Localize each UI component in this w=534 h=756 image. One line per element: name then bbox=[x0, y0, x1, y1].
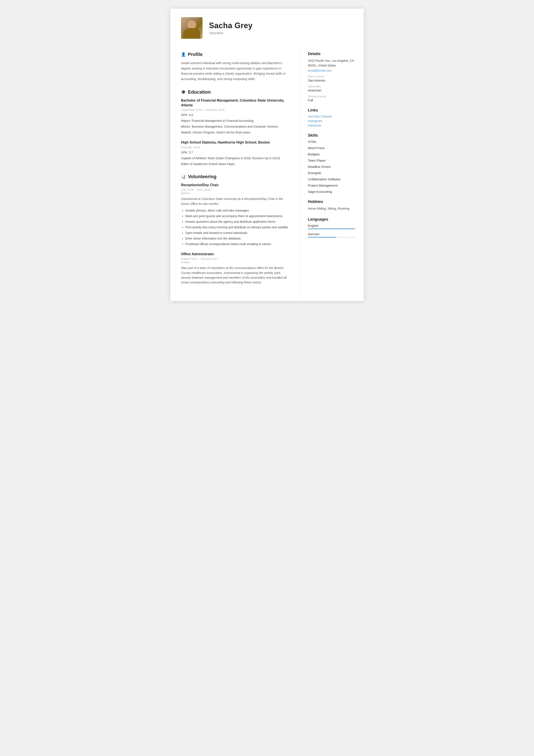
edu1-awards: Awards: Honors Program, Dean's list for … bbox=[181, 130, 288, 135]
edu1-gpa: GPA: 3.6 bbox=[181, 113, 288, 117]
header: Sacha Grey Volunteer bbox=[170, 9, 364, 45]
languages-title: Languages bbox=[308, 217, 355, 222]
nationality-label: Nationality bbox=[308, 85, 355, 88]
education-entry-2: High School Diploma, Hawthorne High Scho… bbox=[181, 140, 288, 166]
edu1-title: Bachelor of Financial Management, Columb… bbox=[181, 98, 288, 108]
place-of-birth-value: San Antonio bbox=[308, 79, 355, 82]
skill-budgets: Budgets bbox=[308, 152, 355, 156]
skills-title: Skills bbox=[308, 133, 355, 138]
skill-wordpress: Word Press bbox=[308, 146, 355, 150]
nationality-value: American bbox=[308, 89, 355, 92]
list-item: Enter donor information into the databas… bbox=[185, 236, 288, 241]
hobbies-section: Hobbies Horse Riding, Skiing, Running bbox=[308, 200, 355, 211]
skill-team-player: Team Player bbox=[308, 159, 355, 162]
language-german-fill bbox=[308, 237, 336, 238]
right-column: Details 1515 Pacific Ave, Los Angeles, C… bbox=[299, 45, 364, 301]
driving-license-value: Full bbox=[308, 98, 355, 102]
list-item: Answer questions about the agency and di… bbox=[185, 220, 288, 224]
left-column: 👤 Profile Detail-oriented individual wit… bbox=[170, 45, 299, 301]
skill-collaboration-software: Collaboration Software bbox=[308, 177, 355, 181]
edu1-majors: Majors: Financial Management & Financial… bbox=[181, 119, 288, 123]
education-icon: 🎓 bbox=[181, 90, 186, 94]
volunteering-entry-2: Office Administrator August 2016 – Janua… bbox=[181, 252, 288, 285]
vol2-date: August 2016 – January 2017 bbox=[181, 257, 288, 260]
education-title: Education bbox=[188, 89, 211, 95]
language-english-name: English bbox=[308, 224, 355, 228]
main-content: 👤 Profile Detail-oriented individual wit… bbox=[170, 45, 364, 301]
vol1-bullets: Answer phones, direct calls and take mes… bbox=[185, 208, 288, 246]
detail-address: 1515 Pacific Ave, Los Angeles, CA 90291,… bbox=[308, 58, 355, 68]
driving-license-label: Driving license bbox=[308, 95, 355, 98]
vol2-title: Office Administrator bbox=[181, 252, 288, 256]
hobbies-text: Horse Riding, Skiing, Running bbox=[308, 206, 355, 211]
vol2-location: Boston bbox=[181, 260, 288, 264]
list-item: Meet and greet guests and accompany them… bbox=[185, 214, 288, 218]
resume-container: Sacha Grey Volunteer 👤 Profile Detail-or… bbox=[170, 9, 364, 301]
skill-project-management: Project Management bbox=[308, 183, 355, 187]
details-section: Details 1515 Pacific Ave, Los Angeles, C… bbox=[308, 52, 355, 102]
profile-section-header: 👤 Profile bbox=[181, 52, 288, 57]
place-of-birth-label: Place of birth bbox=[308, 75, 355, 78]
edu2-athletics: Captain of Athletics Team (State Champio… bbox=[181, 156, 288, 161]
language-german-bar bbox=[308, 237, 355, 238]
language-german: German bbox=[308, 232, 355, 238]
education-entry-1: Bachelor of Financial Management, Columb… bbox=[181, 98, 288, 135]
skill-sage-accounting: Sage Accounting bbox=[308, 190, 355, 194]
profile-icon: 👤 bbox=[181, 52, 186, 57]
language-english-bar bbox=[308, 229, 355, 229]
volunteering-section-header: 📊 Volunteering bbox=[181, 174, 288, 179]
links-title: Links bbox=[308, 108, 355, 113]
edu2-title: High School Diploma, Hawthorne High Scho… bbox=[181, 140, 288, 145]
vol1-summary: Volunteered at Columbus State University… bbox=[181, 197, 288, 206]
skill-energetic: Energetic bbox=[308, 171, 355, 175]
vol1-title: Receptionist/Day Chair bbox=[181, 183, 288, 187]
language-english: English bbox=[308, 224, 355, 229]
volunteering-section: 📊 Volunteering Receptionist/Day Chair Ju… bbox=[181, 174, 288, 285]
edu2-editor: Editor of Hawthorne School News Paper bbox=[181, 162, 288, 166]
skill-deadline-driven: Deadline Driven bbox=[308, 165, 355, 169]
volunteering-title: Volunteering bbox=[188, 174, 216, 179]
education-section-header: 🎓 Education bbox=[181, 89, 288, 95]
profile-text: Detail-oriented individual with strong m… bbox=[181, 61, 288, 82]
detail-email[interactable]: email@email.com bbox=[308, 69, 355, 72]
list-item: Proofread official correspondence before… bbox=[185, 242, 288, 246]
edu1-date: September 2016 – February 2019 bbox=[181, 108, 288, 112]
skills-section: Skills HTML Word Press Budgets Team Play… bbox=[308, 133, 355, 194]
details-title: Details bbox=[308, 52, 355, 56]
candidate-title: Volunteer bbox=[209, 31, 253, 35]
links-section: Links YouTube Channel Instragram Faceboo… bbox=[308, 108, 355, 127]
youtube-link[interactable]: YouTube Channel bbox=[308, 115, 355, 118]
avatar bbox=[181, 17, 202, 39]
education-section: 🎓 Education Bachelor of Financial Manage… bbox=[181, 89, 288, 166]
language-english-fill bbox=[308, 229, 355, 229]
instagram-link[interactable]: Instragram bbox=[308, 119, 355, 123]
profile-title: Profile bbox=[188, 52, 202, 57]
hobbies-title: Hobbies bbox=[308, 200, 355, 204]
vol1-location: Boston bbox=[181, 192, 288, 195]
facebook-link[interactable]: Facebook bbox=[308, 124, 355, 127]
edu2-date: February 2016 bbox=[181, 146, 288, 149]
edu1-minors: Minors: Business Management, Communicati… bbox=[181, 124, 288, 129]
profile-section: 👤 Profile Detail-oriented individual wit… bbox=[181, 52, 288, 82]
list-item: Open emails and forward to correct indiv… bbox=[185, 231, 288, 235]
skill-html: HTML bbox=[308, 140, 355, 144]
vol2-summary: Was part of a team of Volunteers at the … bbox=[181, 266, 288, 285]
header-info: Sacha Grey Volunteer bbox=[209, 21, 253, 35]
languages-section: Languages English German bbox=[308, 217, 355, 238]
vol1-date: July 2016 – June 2016 bbox=[181, 188, 288, 191]
candidate-name: Sacha Grey bbox=[209, 21, 253, 30]
edu2-gpa: GPA: 3.7 bbox=[181, 150, 288, 155]
volunteering-icon: 📊 bbox=[181, 174, 186, 179]
volunteering-entry-1: Receptionist/Day Chair July 2016 – June … bbox=[181, 183, 288, 246]
language-german-name: German bbox=[308, 232, 355, 236]
list-item: Print activity lists every morning and d… bbox=[185, 225, 288, 230]
list-item: Answer phones, direct calls and take mes… bbox=[185, 208, 288, 213]
